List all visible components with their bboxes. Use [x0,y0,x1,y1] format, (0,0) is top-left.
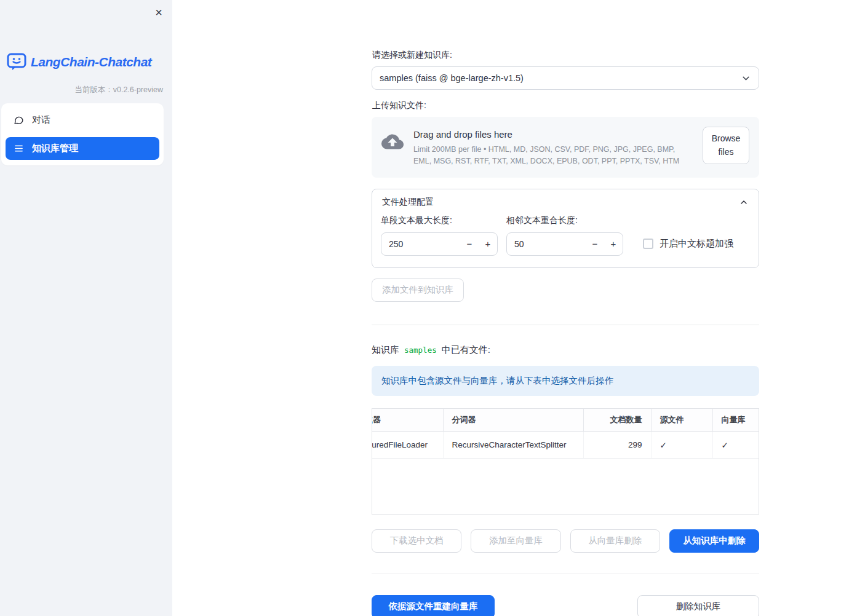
kb-select-label: 请选择或新建知识库: [372,50,759,61]
cell-source-file-check: ✓ [651,432,712,459]
column-header-loader[interactable]: 文档加载器 [372,409,443,432]
cell-splitter: RecursiveCharacterTextSplitter [443,432,583,459]
download-selected-button[interactable]: 下载选中文档 [372,529,461,553]
table-row[interactable]: UnstructuredFileLoader RecursiveCharacte… [372,432,759,459]
chevron-down-icon [741,73,751,84]
list-icon [14,143,24,154]
kb-files-prefix: 知识库 [372,344,399,356]
cell-loader: UnstructuredFileLoader [372,432,443,459]
cell-vector-store-check: ✓ [712,432,759,459]
divider [372,325,759,325]
sidebar-item-kb-management[interactable]: 知识库管理 [6,137,159,160]
zh-title-checkbox[interactable]: 开启中文标题加强 [643,238,733,250]
minus-stepper-icon[interactable]: − [460,239,479,249]
langchain-chatchat-logo-icon [7,53,26,71]
file-actions-row: 下载选中文档 添加至向量库 从向量库删除 从知识库中删除 [372,529,759,553]
chunk-size-group: 单段文本最大长度: 250 − + [381,215,498,256]
dropzone-instructions: Drag and drop files here Limit 200MB per… [413,127,693,168]
column-header-vector-store[interactable]: 向量库 [712,409,759,432]
version-label: 当前版本：v0.2.6-preview [74,85,163,95]
overlap-size-group: 相邻文本重合长度: 50 − + [506,215,623,256]
sidebar-close-button[interactable]: × [153,4,165,21]
file-config-expander: 文件处理配置 单段文本最大长度: 250 − + 相邻文本重合长度: 50 [372,189,759,268]
delete-kb-button[interactable]: 删除知识库 [637,595,759,616]
sidebar: × LangChain-Chatchat 当前版本：v0.2.6-preview… [0,0,172,616]
cell-doc-count: 299 [583,432,651,459]
table-header-row: 文档加载器 分词器 文档数量 源文件 向量库 [372,409,759,432]
overlap-size-value[interactable]: 50 [507,239,586,249]
add-to-vector-store-button[interactable]: 添加至向量库 [471,529,560,553]
kb-files-heading: 知识库 samples 中已有文件: [372,344,759,356]
column-header-splitter[interactable]: 分词器 [443,409,583,432]
kb-footer-actions: 依据源文件重建向量库 删除知识库 [372,595,759,616]
app-logo: LangChain-Chatchat [7,53,167,71]
plus-stepper-icon[interactable]: + [604,239,623,249]
chunk-size-value[interactable]: 250 [381,239,460,249]
chat-bubble-icon [14,115,24,125]
cloud-upload-icon [381,127,404,151]
kb-name-code: samples [404,346,437,355]
divider [372,574,759,574]
kb-files-suffix: 中已有文件: [442,344,490,356]
chunk-size-label: 单段文本最大长度: [381,215,498,226]
upload-label: 上传知识文件: [372,100,759,111]
column-header-doc-count[interactable]: 文档数量 [583,409,651,432]
plus-stepper-icon[interactable]: + [479,239,497,249]
sidebar-item-dialogue[interactable]: 对话 [6,109,159,132]
add-files-to-kb-button[interactable]: 添加文件到知识库 [372,278,464,302]
expander-header[interactable]: 文件处理配置 [372,189,759,214]
overlap-size-label: 相邻文本重合长度: [506,215,623,226]
dropzone-title: Drag and drop files here [413,129,693,140]
kb-select-dropdown[interactable]: samples (faiss @ bge-large-zh-v1.5) [372,66,759,90]
menu-item-label: 对话 [32,114,50,126]
expander-body: 单段文本最大长度: 250 − + 相邻文本重合长度: 50 − + 开启中文标… [372,214,759,267]
dropzone-limits: Limit 200MB per file • HTML, MD, JSON, C… [413,144,693,168]
chevron-up-icon [739,197,749,207]
file-dropzone[interactable]: Drag and drop files here Limit 200MB per… [372,117,759,178]
minus-stepper-icon[interactable]: − [586,239,604,249]
menu-item-label: 知识库管理 [32,143,78,154]
expander-title: 文件处理配置 [382,197,434,208]
main-content: 请选择或新建知识库: samples (faiss @ bge-large-zh… [372,0,759,616]
rebuild-vector-store-button[interactable]: 依据源文件重建向量库 [372,595,495,616]
browse-files-button[interactable]: Browse files [703,127,749,164]
chunk-size-input[interactable]: 250 − + [381,232,498,256]
sidebar-menu: 对话 知识库管理 [1,103,164,165]
close-icon: × [155,6,162,19]
delete-from-vector-store-button[interactable]: 从向量库删除 [570,529,660,553]
column-header-source-file[interactable]: 源文件 [651,409,712,432]
delete-from-kb-button[interactable]: 从知识库中删除 [669,529,759,553]
info-alert: 知识库中包含源文件与向量库，请从下表中选择文件后操作 [372,366,759,396]
checkbox-icon [643,239,653,249]
app-title: LangChain-Chatchat [31,55,151,69]
kb-select-value: samples (faiss @ bge-large-zh-v1.5) [380,73,524,83]
overlap-size-input[interactable]: 50 − + [506,232,623,256]
zh-title-checkbox-label: 开启中文标题加强 [660,238,733,250]
kb-files-table[interactable]: 文档加载器 分词器 文档数量 源文件 向量库 UnstructuredFileL… [372,408,759,515]
